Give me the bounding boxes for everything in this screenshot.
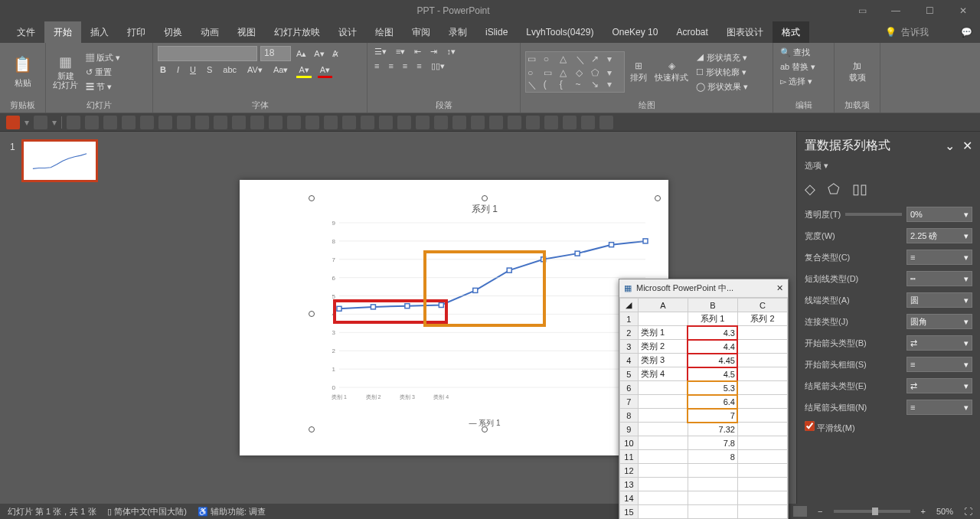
- spacing-button[interactable]: AV▾: [245, 64, 265, 78]
- smooth-checkbox[interactable]: 平滑线(M): [805, 421, 855, 434]
- paste-button[interactable]: 粘贴: [12, 77, 34, 90]
- line-spacing-icon[interactable]: ↕▾: [444, 46, 458, 57]
- shape-fill-button[interactable]: ◢ 形状填充 ▾: [694, 51, 750, 64]
- join-select[interactable]: 圆角▾: [906, 314, 972, 329]
- fill-tab-icon[interactable]: ◇: [805, 181, 815, 197]
- clear-format-icon[interactable]: A̷: [330, 48, 341, 60]
- close-icon[interactable]: ✕: [946, 0, 980, 21]
- end-arrow-select[interactable]: ⇄▾: [906, 378, 972, 393]
- language-indicator[interactable]: ▯ 简体中文(中国大陆): [107, 506, 187, 517]
- qat-item[interactable]: [287, 116, 301, 129]
- qat-item[interactable]: [158, 116, 172, 129]
- qat-item[interactable]: [563, 116, 577, 129]
- qat-item[interactable]: [122, 116, 136, 129]
- qat-item[interactable]: [177, 116, 191, 129]
- chart-data-editor[interactable]: ▦ Microsoft PowerPoint 中... ✕ ◢ABC1系列 1系…: [619, 279, 789, 519]
- qat-item[interactable]: [397, 116, 411, 129]
- qat-item[interactable]: [140, 116, 154, 129]
- ribbon-tab-6[interactable]: 视图: [228, 21, 265, 43]
- qat-item[interactable]: [232, 116, 246, 129]
- new-slide-button[interactable]: 新建 幻灯片: [51, 70, 80, 90]
- grow-font-icon[interactable]: A▴: [294, 48, 309, 60]
- slideshow-view-icon[interactable]: [793, 506, 807, 517]
- bullets-icon[interactable]: ☰▾: [372, 46, 389, 57]
- qat-item[interactable]: [379, 116, 393, 129]
- indent-left-icon[interactable]: ⇤: [412, 46, 423, 57]
- begin-size-select[interactable]: ≡▾: [906, 357, 972, 372]
- ribbon-tab-9[interactable]: 绘图: [366, 21, 403, 43]
- highlight-button[interactable]: A▾: [296, 64, 311, 78]
- share-icon[interactable]: 💬: [961, 27, 972, 38]
- replace-button[interactable]: ab 替换 ▾: [778, 60, 829, 73]
- ribbon-tab-12[interactable]: iSlide: [476, 21, 517, 43]
- zoom-percent[interactable]: 50%: [936, 507, 953, 516]
- arrange-icon[interactable]: ⊞: [628, 60, 649, 71]
- shadow-button[interactable]: S: [204, 64, 214, 78]
- reset-button[interactable]: ↺ 重置: [83, 66, 122, 79]
- ribbon-tab-1[interactable]: 开始: [44, 21, 81, 43]
- numbering-icon[interactable]: ≡▾: [394, 46, 407, 57]
- qat-item[interactable]: [324, 116, 338, 129]
- maximize-icon[interactable]: ☐: [913, 0, 946, 21]
- qat-item[interactable]: [526, 116, 540, 129]
- series-options-row[interactable]: 选项 ▾: [805, 160, 972, 171]
- layout-button[interactable]: ▦ 版式 ▾: [83, 51, 122, 64]
- qat-item[interactable]: [214, 116, 227, 129]
- shape-outline-button[interactable]: ☐ 形状轮廓 ▾: [694, 66, 750, 79]
- qat-item[interactable]: [67, 116, 80, 129]
- ribbon-tab-3[interactable]: 打印: [118, 21, 155, 43]
- ribbon-tab-7[interactable]: 幻灯片放映: [265, 21, 329, 43]
- indent-right-icon[interactable]: ⇥: [428, 46, 439, 57]
- paste-icon[interactable]: 📋: [13, 55, 32, 73]
- qat-item[interactable]: [452, 116, 466, 129]
- font-size-select[interactable]: 18: [260, 46, 291, 61]
- qat-item[interactable]: [581, 116, 595, 129]
- data-grid[interactable]: ◢ABC1系列 1系列 22类别 14.33类别 24.44类别 34.455类…: [619, 298, 788, 519]
- end-size-select[interactable]: ≡▾: [906, 400, 972, 415]
- find-button[interactable]: 🔍 查找: [778, 46, 829, 59]
- qat-item[interactable]: [305, 116, 319, 129]
- qat-item[interactable]: [342, 116, 356, 129]
- justify-icon[interactable]: ≡: [414, 60, 423, 72]
- begin-arrow-select[interactable]: ⇄▾: [906, 335, 972, 351]
- quickstyle-button[interactable]: 快速样式: [652, 71, 691, 84]
- slide-thumbnail[interactable]: [21, 139, 98, 182]
- zoom-in-icon[interactable]: +: [921, 507, 926, 516]
- select-button[interactable]: ▻ 选择 ▾: [778, 75, 829, 88]
- ribbon-tab-16[interactable]: 图表设计: [717, 21, 773, 43]
- ribbon-tab-17[interactable]: 格式: [773, 21, 809, 43]
- minimize-icon[interactable]: —: [879, 0, 913, 21]
- qat-item[interactable]: [544, 116, 558, 129]
- qat-item[interactable]: [416, 116, 430, 129]
- ribbon-tab-4[interactable]: 切换: [155, 21, 191, 43]
- ribbon-tab-15[interactable]: Acrobat: [667, 21, 717, 43]
- ribbon-tab-14[interactable]: OneKey 10: [603, 21, 667, 43]
- shrink-font-icon[interactable]: A▾: [312, 48, 326, 60]
- qat-item[interactable]: [34, 116, 47, 129]
- addin-button[interactable]: 加 载项: [847, 60, 868, 84]
- arrange-button[interactable]: 排列: [628, 71, 649, 84]
- compound-select[interactable]: ≡▾: [906, 250, 972, 265]
- excel-close-icon[interactable]: ✕: [776, 283, 783, 293]
- ribbon-tab-10[interactable]: 审阅: [403, 21, 439, 43]
- italic-button[interactable]: I: [175, 64, 181, 78]
- tellme-button[interactable]: 告诉我: [901, 26, 929, 39]
- qat-item[interactable]: [103, 116, 117, 129]
- ribbon-tab-8[interactable]: 设计: [329, 21, 366, 43]
- qat-item[interactable]: [434, 116, 448, 129]
- qat-item[interactable]: [471, 116, 485, 129]
- section-button[interactable]: ☰ 节 ▾: [83, 80, 122, 93]
- align-right-icon[interactable]: ≡: [400, 60, 410, 72]
- qat-item[interactable]: [361, 116, 374, 129]
- accessibility-indicator[interactable]: ♿ 辅助功能: 调查: [198, 506, 266, 517]
- columns-icon[interactable]: ▯▯▾: [429, 60, 447, 72]
- qat-item[interactable]: [85, 116, 99, 129]
- transparency-input[interactable]: 0%▾: [906, 207, 972, 222]
- effects-tab-icon[interactable]: ⬠: [828, 181, 840, 197]
- shape-effect-button[interactable]: ◯ 形状效果 ▾: [694, 80, 750, 93]
- ribbon-tab-2[interactable]: 插入: [81, 21, 118, 43]
- qat-item[interactable]: [508, 116, 521, 129]
- case-button[interactable]: Aa▾: [271, 64, 290, 78]
- ribbon-tab-5[interactable]: 动画: [191, 21, 228, 43]
- shapes-gallery[interactable]: ▭○△＼↗▾ ○▭△◇⬠▾ ＼({~↘▾: [525, 51, 625, 93]
